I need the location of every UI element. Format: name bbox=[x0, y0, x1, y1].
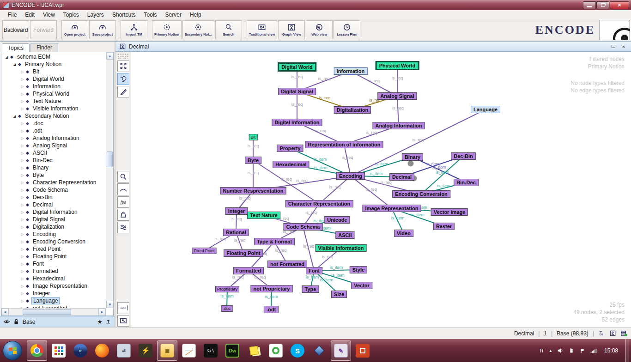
view-maximize-icon[interactable] bbox=[610, 43, 617, 50]
taskbar-icon-powerpoint[interactable] bbox=[352, 340, 373, 361]
open-project-button[interactable]: Open project bbox=[61, 20, 88, 39]
curve-edges-button[interactable] bbox=[117, 183, 129, 195]
graph-node-character-representation[interactable]: Character Representation bbox=[285, 200, 353, 207]
start-button[interactable] bbox=[3, 341, 22, 360]
expand-icon[interactable]: ▷ bbox=[20, 151, 25, 155]
weights-button[interactable] bbox=[117, 209, 129, 220]
graph-node-encoding-conversion[interactable]: Encoding Conversion bbox=[392, 190, 450, 198]
network-flag-icon[interactable] bbox=[579, 347, 586, 354]
tab-finder[interactable]: Finder bbox=[30, 43, 58, 52]
scroll-left-icon[interactable]: ◄ bbox=[1, 309, 9, 316]
graph-node-property[interactable]: Property bbox=[277, 145, 303, 152]
graph-canvas[interactable]: is_reqis_reqis_reqis_reqis_reqis_reqis_r… bbox=[131, 52, 631, 327]
taskbar-icon-dreamweaver[interactable]: Dw bbox=[222, 340, 243, 361]
graph-node-not-proprietary[interactable]: not Proprietary bbox=[251, 285, 293, 292]
collapse-icon[interactable]: ◢ bbox=[4, 55, 9, 59]
tree-item-analog-signal[interactable]: ▷◆Analog Signal bbox=[1, 142, 106, 149]
tree-item-odt[interactable]: ▷◆.odt bbox=[1, 127, 106, 134]
graph-node-information[interactable]: Information bbox=[334, 67, 368, 75]
graph-node-odt[interactable]: .odt bbox=[264, 306, 279, 313]
tree-item-encoding-conversion[interactable]: ▷◆Encoding Conversion bbox=[1, 238, 106, 245]
tree-item-binary[interactable]: ▷◆Binary bbox=[1, 164, 106, 171]
expand-icon[interactable]: ▷ bbox=[20, 225, 25, 229]
expand-icon[interactable]: ▷ bbox=[20, 195, 25, 200]
taskbar-icon-media-green[interactable] bbox=[266, 340, 286, 361]
expand-icon[interactable]: ▷ bbox=[20, 136, 25, 140]
graph-node-font[interactable]: Font bbox=[306, 267, 322, 274]
tree-item-information[interactable]: ▷◆Information bbox=[1, 83, 106, 90]
selection-dot[interactable] bbox=[408, 161, 414, 167]
graph-node-byte[interactable]: Byte bbox=[245, 157, 261, 164]
graph-node-number-respresentation[interactable]: Number Respresentation bbox=[220, 187, 286, 194]
taskbar-icon-eclipse[interactable]: e bbox=[70, 340, 91, 361]
star-icon[interactable]: ★ bbox=[97, 318, 103, 325]
graph-node-ascii[interactable]: ASCII bbox=[335, 231, 354, 239]
graph-node-digital-world[interactable]: Digital World bbox=[278, 62, 316, 72]
web-view-button[interactable]: Web view bbox=[306, 20, 333, 39]
expand-icon[interactable]: ▷ bbox=[20, 247, 25, 251]
expand-icon[interactable]: ▷ bbox=[20, 77, 25, 81]
tree-vertical-scrollbar[interactable]: ▲ ▼ bbox=[106, 52, 113, 308]
graph-node-representation-of-information[interactable]: Representation of information bbox=[305, 141, 383, 148]
collapse-icon[interactable]: ◢ bbox=[12, 114, 17, 118]
graph-node-type-format[interactable]: Type & Format bbox=[254, 238, 295, 245]
layers-wave-button[interactable] bbox=[117, 222, 129, 233]
menu-view[interactable]: View bbox=[39, 11, 59, 19]
tree-item-byte[interactable]: ▷◆Byte bbox=[1, 171, 106, 179]
graph-node-text-nature[interactable]: Text Nature bbox=[247, 212, 280, 219]
expand-icon[interactable]: ▷ bbox=[20, 188, 25, 192]
table-view-icon[interactable] bbox=[620, 330, 627, 337]
search-button[interactable]: Search bbox=[215, 20, 242, 39]
visibility-eye-icon[interactable] bbox=[3, 318, 10, 325]
graph-node-floating-point[interactable]: Floating Point bbox=[224, 249, 263, 257]
expand-icon[interactable]: ▷ bbox=[20, 181, 25, 185]
expand-icon[interactable]: ▷ bbox=[20, 255, 25, 259]
expand-icon[interactable]: ▷ bbox=[20, 218, 25, 222]
show-desktop-button[interactable] bbox=[625, 339, 629, 362]
taskbar-icon-sticky-notes[interactable] bbox=[244, 340, 264, 361]
graph-node-video[interactable]: Video bbox=[394, 230, 413, 237]
graph-node-hexadecimal[interactable]: Hexadecimal bbox=[273, 161, 309, 168]
tree-item-secondary-notion[interactable]: ◢◆Secondary Notion bbox=[1, 112, 106, 120]
tree-item-analog-information[interactable]: ▷◆Analog Information bbox=[1, 134, 106, 142]
expand-icon[interactable]: ▷ bbox=[20, 262, 25, 266]
expand-icon[interactable]: ▷ bbox=[20, 85, 25, 89]
graph-node-analog-information[interactable]: Analog Information bbox=[373, 122, 425, 129]
expand-icon[interactable]: ▷ bbox=[20, 166, 25, 170]
tree-item-language[interactable]: ▷◆Language bbox=[1, 297, 106, 304]
tree-item-hexadecimal[interactable]: ▷◆Hexadecimal bbox=[1, 275, 106, 282]
fps-button[interactable]: fps bbox=[117, 196, 129, 208]
menu-server[interactable]: Server bbox=[161, 11, 186, 19]
secondary-not-button[interactable]: Secondary Not... bbox=[182, 20, 214, 39]
tree-item-image-representation[interactable]: ▷◆Image Representation bbox=[1, 282, 106, 290]
tree-item-decimal[interactable]: ▷◆Decimal bbox=[1, 201, 106, 208]
expand-icon[interactable]: ▷ bbox=[20, 70, 25, 74]
tree-item-bin-dec[interactable]: ▷◆Bin-Dec bbox=[1, 157, 106, 164]
menu-layers[interactable]: Layers bbox=[83, 11, 108, 19]
toolstrip-grip[interactable] bbox=[117, 53, 129, 59]
expand-icon[interactable]: ▷ bbox=[20, 284, 25, 288]
tree-item-floating-point[interactable]: ▷◆Floating Point bbox=[1, 253, 106, 260]
tree-item-digital-information[interactable]: ▷◆Digital Information bbox=[1, 208, 106, 216]
graph-node-image-representation[interactable]: Image Representation bbox=[363, 205, 421, 212]
graph-node-type[interactable]: Type bbox=[302, 285, 319, 293]
graph-node-doc[interactable]: .doc bbox=[221, 305, 232, 312]
expand-icon[interactable]: ▷ bbox=[20, 158, 25, 163]
taskbar-icon-notepad[interactable] bbox=[179, 340, 199, 361]
expand-icon[interactable]: ▷ bbox=[20, 210, 25, 214]
graph-node-digitalization[interactable]: Digitalization bbox=[334, 106, 371, 114]
collapse-icon[interactable]: ◢ bbox=[12, 62, 17, 67]
taskbar-icon-design-tool[interactable]: ✎ bbox=[331, 340, 351, 361]
tree-item-ascii[interactable]: ▷◆ASCII bbox=[1, 149, 106, 157]
graph-node-formatted[interactable]: Formatted bbox=[233, 267, 264, 274]
taskbar-icon-skype[interactable]: S bbox=[287, 340, 308, 361]
graph-node-rational[interactable]: Rational bbox=[223, 229, 249, 236]
scroll-thumb[interactable] bbox=[107, 152, 113, 167]
edge-as-ai[interactable] bbox=[397, 96, 399, 126]
minimize-button[interactable] bbox=[583, 1, 596, 9]
menu-edit[interactable]: Edit bbox=[21, 11, 39, 19]
expand-icon[interactable]: ▷ bbox=[20, 144, 25, 148]
expand-icon[interactable]: ▷ bbox=[20, 121, 25, 126]
expand-icon[interactable]: ▷ bbox=[20, 99, 25, 103]
close-button[interactable]: × bbox=[610, 1, 629, 9]
